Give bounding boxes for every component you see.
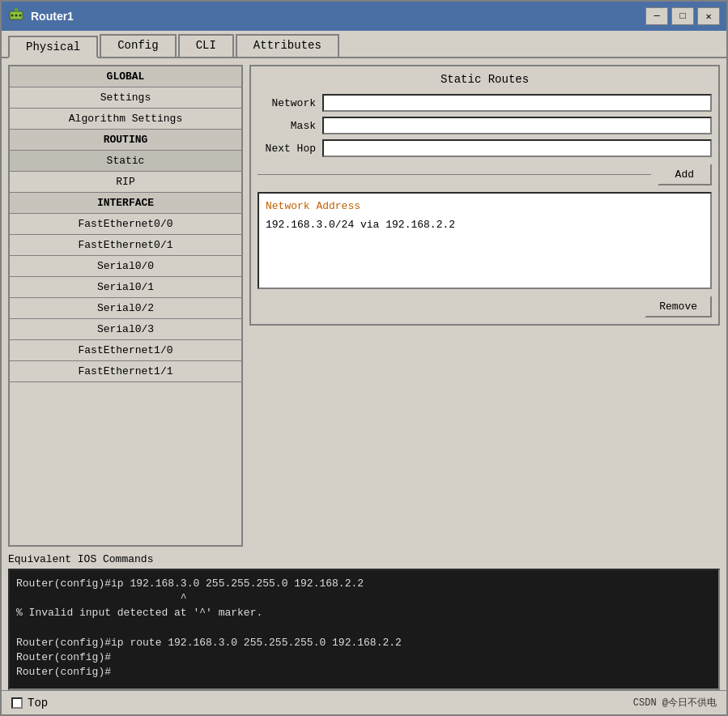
footer-left: Top <box>11 697 48 710</box>
maximize-button[interactable]: □ <box>671 7 694 25</box>
sidebar-item-static[interactable]: Static <box>10 151 241 172</box>
sidebar-item-serial00[interactable]: Serial0/0 <box>10 256 241 277</box>
tab-physical[interactable]: Physical <box>8 36 98 58</box>
svg-point-2 <box>15 15 18 17</box>
next-hop-label: Next Hop <box>258 143 322 155</box>
sidebar-item-serial02[interactable]: Serial0/2 <box>10 298 241 319</box>
network-row: Network <box>258 94 712 112</box>
console-line-3: % Invalid input detected at '^' marker. <box>16 606 712 620</box>
mask-label: Mask <box>258 120 322 132</box>
router-icon <box>8 6 24 26</box>
mask-row: Mask <box>258 117 712 134</box>
console-line-2: ^ <box>16 591 712 606</box>
sidebar: GLOBAL Settings Algorithm Settings ROUTI… <box>8 65 243 547</box>
console-line-7: Router(config)# <box>16 665 712 680</box>
tab-cli[interactable]: CLI <box>178 34 234 57</box>
svg-point-1 <box>11 15 14 17</box>
svg-rect-4 <box>15 8 18 11</box>
sidebar-item-fastethernet10[interactable]: FastEthernet1/0 <box>10 340 241 361</box>
top-label[interactable]: Top <box>28 697 48 710</box>
sidebar-item-serial03[interactable]: Serial0/3 <box>10 319 241 340</box>
form-divider: Add <box>258 164 712 185</box>
static-routes-panel: Static Routes Network Mask Next Hop Add <box>249 65 720 326</box>
svg-point-3 <box>19 15 22 17</box>
footer-bar: Top CSDN @今日不供电 <box>2 690 726 714</box>
add-button[interactable]: Add <box>658 164 712 185</box>
sidebar-item-fastethernet11[interactable]: FastEthernet1/1 <box>10 361 241 382</box>
static-routes-title: Static Routes <box>258 73 712 86</box>
main-window: Router1 — □ ✕ Physical Config CLI Attrib… <box>0 0 728 716</box>
sidebar-item-settings[interactable]: Settings <box>10 87 241 109</box>
sidebar-item-interface: INTERFACE <box>10 193 241 214</box>
bottom-section: Equivalent IOS Commands Router(config)#i… <box>2 553 726 690</box>
remove-btn-container: Remove <box>258 296 712 318</box>
sidebar-item-global: GLOBAL <box>10 66 241 87</box>
sidebar-item-routing: ROUTING <box>10 130 241 151</box>
title-bar-left: Router1 <box>8 6 74 26</box>
top-checkbox[interactable] <box>11 697 23 709</box>
next-hop-input[interactable] <box>322 139 712 157</box>
window-title: Router1 <box>31 10 74 23</box>
network-label: Network <box>258 97 322 109</box>
main-panel: Static Routes Network Mask Next Hop Add <box>249 65 720 547</box>
network-input[interactable] <box>322 94 712 112</box>
minimize-button[interactable]: — <box>645 7 668 25</box>
next-hop-row: Next Hop <box>258 139 712 157</box>
sidebar-list: GLOBAL Settings Algorithm Settings ROUTI… <box>10 66 241 545</box>
tab-attributes[interactable]: Attributes <box>236 34 339 57</box>
sidebar-item-algorithm-settings[interactable]: Algorithm Settings <box>10 109 241 130</box>
console-line-6: Router(config)# <box>16 650 712 665</box>
network-address-entry[interactable]: 192.168.3.0/24 via 192.168.2.2 <box>266 219 704 231</box>
tab-config[interactable]: Config <box>100 34 176 57</box>
sidebar-item-fastethernet00[interactable]: FastEthernet0/0 <box>10 214 241 235</box>
equivalent-ios-title: Equivalent IOS Commands <box>8 553 720 565</box>
close-button[interactable]: ✕ <box>697 7 720 25</box>
mask-input[interactable] <box>322 117 712 134</box>
network-address-box: Network Address 192.168.3.0/24 via 192.1… <box>258 192 712 289</box>
console-line-1: Router(config)#ip 192.168.3.0 255.255.25… <box>16 577 712 591</box>
console-line-4 <box>16 621 712 636</box>
remove-button[interactable]: Remove <box>645 296 712 318</box>
title-controls: — □ ✕ <box>645 7 720 25</box>
tab-bar: Physical Config CLI Attributes <box>2 31 726 58</box>
sidebar-item-fastethernet01[interactable]: FastEthernet0/1 <box>10 235 241 256</box>
footer-watermark: CSDN @今日不供电 <box>633 696 717 710</box>
content-area: GLOBAL Settings Algorithm Settings ROUTI… <box>2 58 726 553</box>
network-address-title: Network Address <box>266 200 704 212</box>
sidebar-item-rip[interactable]: RIP <box>10 172 241 193</box>
sidebar-item-serial01[interactable]: Serial0/1 <box>10 277 241 298</box>
title-bar: Router1 — □ ✕ <box>2 2 726 31</box>
divider-line <box>258 174 651 175</box>
console-box[interactable]: Router(config)#ip 192.168.3.0 255.255.25… <box>8 569 720 690</box>
console-line-5: Router(config)#ip route 192.168.3.0 255.… <box>16 636 712 650</box>
